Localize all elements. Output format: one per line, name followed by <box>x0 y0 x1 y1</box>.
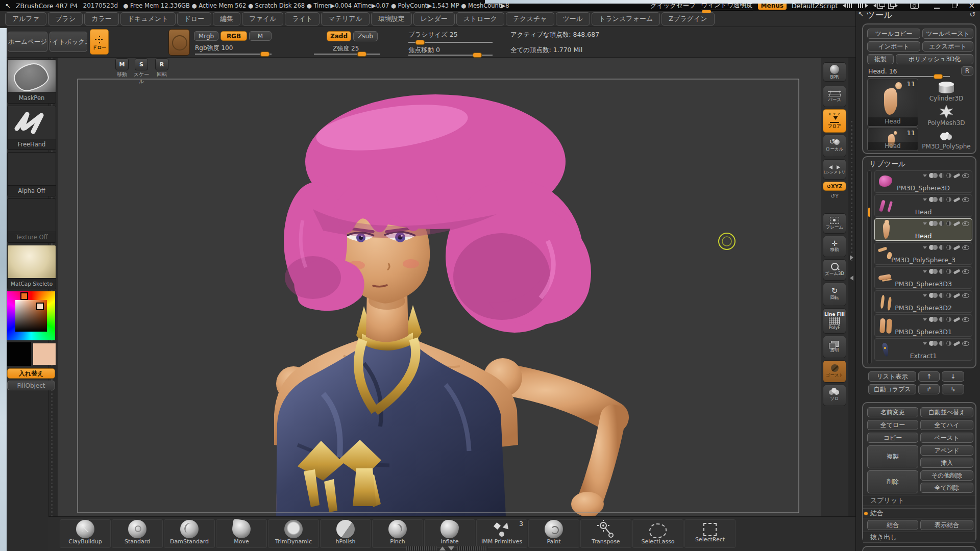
refresh-icon[interactable]: ↺ <box>969 10 975 18</box>
subtool-icon-row[interactable] <box>923 293 969 298</box>
right-tray-divider[interactable] <box>848 57 855 516</box>
active-tool-slider[interactable] <box>868 76 950 77</box>
split-section-header[interactable]: スプリット <box>863 495 975 506</box>
z-intensity-slider[interactable] <box>314 54 380 55</box>
fill-object-button[interactable]: FillObject <box>7 381 55 390</box>
shade-icon[interactable] <box>939 245 944 250</box>
brush-slot[interactable]: TrimDynamic <box>268 519 319 548</box>
visibility-eye-icon[interactable] <box>962 341 969 346</box>
difference-icon[interactable] <box>946 173 951 178</box>
lightbox-button[interactable]: ライトボックス <box>50 32 87 52</box>
shade-icon[interactable] <box>939 317 944 322</box>
collapse-arrow-icon[interactable] <box>923 174 927 177</box>
zadd-button[interactable]: Zadd <box>327 31 351 41</box>
collapse-arrow-icon[interactable] <box>923 318 927 321</box>
paint-icon[interactable] <box>953 173 961 178</box>
scale-mode-button[interactable]: S スケール <box>132 58 151 85</box>
make-polymesh3d-button[interactable]: ポリメッシュ3D化 <box>896 54 973 64</box>
visibility-eye-icon[interactable] <box>962 269 969 274</box>
local-symmetry-button[interactable]: Lシンメトリ <box>823 159 846 180</box>
polymesh3d-tool[interactable]: PolyMesh3D <box>919 103 973 127</box>
difference-icon[interactable] <box>946 341 951 346</box>
brush-slot[interactable]: DamStandard <box>164 519 215 548</box>
paint-icon[interactable] <box>953 341 961 346</box>
append-button[interactable]: アペンド <box>920 445 973 456</box>
paste-button[interactable]: ペースト <box>920 433 973 443</box>
rotate-y-button[interactable]: ↺Y <box>823 193 846 199</box>
shift-up-button[interactable]: ↱ <box>918 384 940 394</box>
zsub-button[interactable]: Zsub <box>353 31 378 41</box>
brush-slot[interactable]: Transpose <box>580 519 631 548</box>
paint-icon[interactable] <box>953 317 961 322</box>
scrub-right-icon[interactable] <box>858 3 868 8</box>
scrub-left-icon[interactable] <box>843 3 853 8</box>
all-high-button[interactable]: 全てハイ <box>920 420 973 430</box>
rename-button[interactable]: 名前変更 <box>867 407 918 417</box>
brush-slot[interactable]: ClayBuildup <box>60 519 111 548</box>
cylinder3d-tool[interactable]: Cylinder3D <box>919 78 973 102</box>
active-tool-thumbnail[interactable]: 11 Head <box>867 79 918 127</box>
ghost-button[interactable]: ゴースト <box>823 360 846 383</box>
shade-icon[interactable] <box>939 197 944 202</box>
visibility-eye-icon[interactable] <box>962 221 969 226</box>
menu-tab[interactable]: テクスチャ <box>506 12 554 26</box>
visibility-eye-icon[interactable] <box>962 173 969 178</box>
menu-tab[interactable]: マテリアル <box>321 12 370 26</box>
polysphere-tool[interactable]: PM3D_PolySphe <box>919 128 973 150</box>
transparent-button[interactable]: 透明 <box>823 336 846 358</box>
current-brush-button[interactable]: MaskPen <box>7 59 56 104</box>
menu-tab[interactable]: カラー <box>84 12 119 26</box>
insert-button[interactable]: 挿入 <box>920 458 973 468</box>
subtool-icon-row[interactable] <box>923 173 969 178</box>
menu-tab[interactable]: レンダー <box>413 12 455 26</box>
home-page-button[interactable]: ホームページ <box>8 32 47 52</box>
current-texture-button[interactable]: Texture Off <box>7 198 56 243</box>
menu-tab[interactable]: ブラシ <box>48 12 83 26</box>
polypaint-icon[interactable] <box>929 197 937 202</box>
visibility-eye-icon[interactable] <box>962 293 969 298</box>
undo-history-icon[interactable] <box>873 3 883 9</box>
merge-section-header[interactable]: 結合 <box>863 508 975 518</box>
minimize-button[interactable] <box>934 3 940 9</box>
mrgb-button[interactable]: Mrgb <box>194 31 218 41</box>
clone-button[interactable]: 複製 <box>867 54 894 64</box>
brush-slot[interactable]: hPolish <box>320 519 371 548</box>
color-picker[interactable] <box>7 291 55 340</box>
list-view-button[interactable]: リスト表示 <box>868 371 916 382</box>
polypaint-icon[interactable] <box>929 317 937 322</box>
rotate-view-button[interactable]: ↻ 回転 <box>823 283 846 306</box>
auto-collapse-button[interactable]: 自動コラプス <box>868 384 916 394</box>
shift-down-button[interactable]: ↳ <box>942 384 964 394</box>
sculpt-canvas[interactable] <box>58 57 821 516</box>
export-button[interactable]: エクスポート <box>922 41 973 52</box>
shade-icon[interactable] <box>939 173 944 178</box>
menu-tab[interactable]: ツール <box>556 12 591 26</box>
difference-icon[interactable] <box>946 317 951 322</box>
menu-tab[interactable]: ドキュメント <box>120 12 176 26</box>
zoom3d-button[interactable]: ズーム3D <box>823 259 846 281</box>
paint-icon[interactable] <box>953 221 961 226</box>
subtool-item[interactable]: PM3D_PolySphere_3 <box>874 242 972 265</box>
delete-button[interactable]: 削除 <box>867 470 918 493</box>
solo-button[interactable]: ソロ <box>823 385 846 406</box>
focal-shift-knob[interactable] <box>473 53 482 58</box>
difference-icon[interactable] <box>946 197 951 202</box>
paint-icon[interactable] <box>953 269 961 274</box>
duplicate-button[interactable]: 複製 <box>867 445 918 468</box>
brush-slot[interactable]: 3 IMM Primitives <box>476 519 527 548</box>
auto-reorder-button[interactable]: 自動並べ替え <box>920 407 973 417</box>
subtool-item[interactable]: PM3D_Sphere3D2 <box>874 290 972 313</box>
import-button[interactable]: インポート <box>867 41 920 52</box>
collapse-arrow-icon[interactable] <box>923 222 927 225</box>
polypaint-icon[interactable] <box>929 269 937 274</box>
rotate-xyz-button[interactable]: ↺XYZ <box>823 182 846 191</box>
brush-slot[interactable]: SelectRect <box>684 519 736 548</box>
visibility-eye-icon[interactable] <box>962 245 969 250</box>
menu-tab[interactable]: ライト <box>285 12 320 26</box>
tool-paste-button[interactable]: ツールペースト <box>922 29 973 39</box>
sv-marker[interactable] <box>36 303 44 310</box>
merge-visible-button[interactable]: 表示結合 <box>920 520 973 530</box>
visibility-eye-icon[interactable] <box>962 317 969 322</box>
copy-button[interactable]: コピー <box>867 433 918 443</box>
subtool-item[interactable]: PM3D_Sphere3D3 <box>874 266 972 289</box>
